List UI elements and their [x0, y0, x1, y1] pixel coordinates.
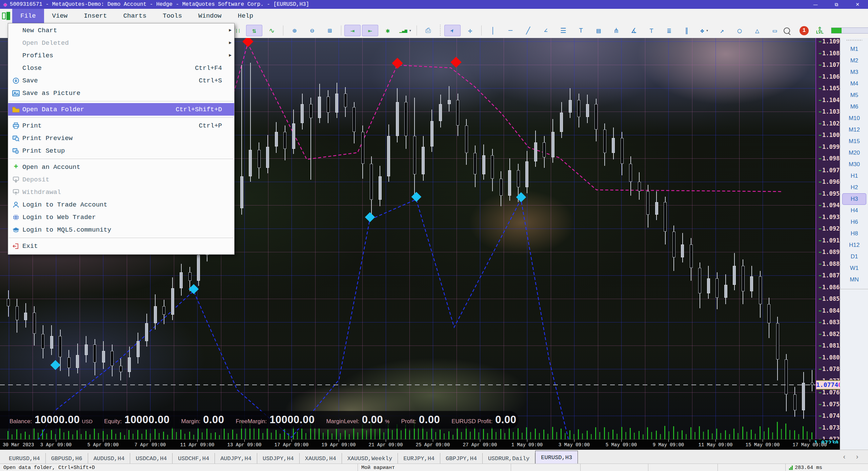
file-menu-item-profiles[interactable]: Profiles► — [8, 49, 234, 62]
file-menu-item-login-to-mql5-community[interactable]: Login to MQL5.community — [8, 223, 234, 236]
timeframe-h6[interactable]: H6 — [842, 216, 866, 228]
menu-view[interactable]: View — [44, 9, 76, 23]
timeframe-m12[interactable]: M12 — [842, 124, 866, 136]
gann-fan-icon[interactable]: ∡ — [626, 25, 642, 36]
zoom-in-icon[interactable]: ⊕ — [286, 25, 303, 36]
restore-button[interactable]: ⧉ — [826, 0, 847, 9]
timeframe-m10[interactable]: M10 — [842, 113, 866, 124]
file-menu-item-save[interactable]: SaveCtrl+S — [8, 74, 234, 87]
rectangle-icon[interactable]: ▭ — [767, 25, 783, 36]
chart-styles-icon[interactable]: ✱ — [380, 25, 396, 36]
search-icon[interactable] — [784, 27, 790, 34]
file-menu-item-login-to-trade-account[interactable]: Login to Trade Account — [8, 198, 234, 211]
symbol-tab-usdrur-daily[interactable]: USDRUR,Daily — [483, 453, 535, 464]
file-menu-item-print-setup[interactable]: Print Setup — [8, 144, 234, 157]
price-scale[interactable]: 1.109701.108601.107501.106401.105301.104… — [815, 38, 841, 439]
timeframe-h8[interactable]: H8 — [842, 228, 866, 239]
tabs-nav-right-icon[interactable]: › — [855, 453, 859, 461]
symbol-tab-gbpusd-h6[interactable]: GBPUSD,H6 — [46, 453, 88, 464]
timeframe-w1[interactable]: W1 — [842, 262, 866, 274]
file-menu-item-deposit[interactable]: Deposit — [8, 173, 234, 186]
file-menu-item-save-as-picture[interactable]: Save as Picture — [8, 87, 234, 99]
status-profile[interactable]: Мой вариант — [358, 464, 511, 471]
timeframe-m3[interactable]: M3 — [842, 66, 866, 78]
minimize-button[interactable]: — — [805, 0, 826, 9]
timeframe-m4[interactable]: M4 — [842, 78, 866, 90]
shift-end-icon[interactable]: ⇥ — [344, 25, 361, 36]
timeframe-mn[interactable]: MN — [842, 274, 866, 286]
chart-candles-icon[interactable]: ⇅ — [246, 25, 262, 36]
timeframe-m5[interactable]: M5 — [842, 90, 866, 101]
text-icon[interactable]: T — [573, 25, 589, 36]
close-button[interactable]: ✕ — [847, 0, 868, 9]
menu-file[interactable]: File — [12, 9, 44, 23]
symbol-tab-gbpjpy-h4[interactable]: GBPJPY,H4 — [440, 453, 483, 464]
timeframe-h4[interactable]: H4 — [842, 205, 866, 216]
timeframe-d1[interactable]: D1 — [842, 251, 866, 262]
notifications-badge[interactable]: 1 — [800, 26, 809, 35]
fibo-retracement-icon[interactable]: ≣ — [661, 25, 677, 36]
horizontal-line-icon[interactable]: ─ — [502, 25, 519, 36]
file-menu-item-open-an-account[interactable]: +Open an Account — [8, 161, 234, 173]
timeframe-m15[interactable]: M15 — [842, 136, 866, 147]
file-menu-item-close[interactable]: CloseCtrl+F4 — [8, 62, 234, 74]
timeframe-m20[interactable]: M20 — [842, 147, 866, 159]
tile-windows-icon[interactable]: ⊞ — [322, 25, 338, 36]
tabs-nav-left-icon[interactable]: ‹ — [842, 453, 846, 461]
andrews-pitchfork-icon[interactable]: ⋔ — [608, 25, 624, 36]
indicators-icon[interactable]: ▁▃▅▾ — [397, 25, 413, 36]
cursor-icon[interactable]: ➤ — [444, 25, 461, 36]
file-menu-item-open-deleted[interactable]: Open Deleted► — [8, 37, 234, 49]
timeframe-h12[interactable]: H12 — [842, 239, 866, 251]
chart-object-icon[interactable]: ▤ — [590, 25, 607, 36]
symbol-tab-audusd-h4[interactable]: AUDUSD,H4 — [88, 453, 130, 464]
crosshair-icon[interactable]: ✛ — [462, 25, 478, 36]
trendline-icon[interactable]: ╱ — [520, 25, 536, 36]
text-label-icon[interactable]: ⊤ — [643, 25, 660, 36]
triangle-icon[interactable]: △ — [749, 25, 765, 36]
menu-help[interactable]: Help — [230, 9, 262, 23]
menu-insert[interactable]: Insert — [76, 9, 115, 23]
symbol-tab-usdcad-h4[interactable]: USDCAD,H4 — [130, 453, 173, 464]
timeframe-h2[interactable]: H2 — [842, 182, 866, 193]
symbol-tab-audjpy-h4[interactable]: AUDJPY,H4 — [215, 453, 257, 464]
file-menu-item-open-data-folder[interactable]: Open Data FolderCtrl+Shift+D — [8, 103, 234, 116]
screenshot-camera-icon[interactable]: ⎙ — [420, 25, 436, 36]
trend-by-angle-icon[interactable]: ∠ — [538, 25, 554, 36]
file-menu-item-withdrawal[interactable]: Withdrawal — [8, 186, 234, 198]
equidistant-channel-icon[interactable]: ☰ — [555, 25, 571, 36]
file-menu-item-exit[interactable]: Exit — [8, 240, 234, 252]
toolbar-group-handle[interactable] — [439, 25, 442, 36]
symbol-tab-xauusd-weekly[interactable]: XAUUSD,Weekly — [342, 453, 398, 464]
auto-scroll-icon[interactable]: ⇤ — [362, 25, 378, 36]
arrow-icon[interactable]: ↗ — [714, 25, 730, 36]
file-menu-item-new-chart[interactable]: New Chart► — [8, 24, 234, 37]
timeframe-h3[interactable]: H3 — [842, 193, 866, 205]
timeframe-m2[interactable]: M2 — [842, 55, 866, 66]
lvl-icon[interactable]: ⇧LVL — [816, 27, 824, 34]
file-menu-item-print[interactable]: PrintCtrl+P — [8, 119, 234, 132]
symbol-tab-eurusd-h4[interactable]: EURUSD,H4 — [3, 453, 46, 464]
time-axis[interactable]: 1.07230 30 Mar 20233 Apr 09:005 Apr 09:0… — [0, 439, 840, 450]
menu-window[interactable]: Window — [190, 9, 229, 23]
shapes-icon[interactable]: ❖▾ — [696, 25, 712, 36]
symbol-tab-eurusd-h3[interactable]: EURUSD,H3 — [535, 451, 578, 464]
menu-tools[interactable]: Tools — [155, 9, 190, 23]
zoom-out-icon[interactable]: ⊖ — [304, 25, 320, 36]
timeframe-h1[interactable]: H1 — [842, 170, 866, 182]
timeframe-panel-handle[interactable] — [847, 40, 862, 41]
timeframe-m6[interactable]: M6 — [842, 101, 866, 113]
file-menu-item-login-to-web-trader[interactable]: Login to Web Trader — [8, 211, 234, 223]
file-menu-item-print-preview[interactable]: Print Preview — [8, 132, 234, 144]
chart-line-icon[interactable]: ∿ — [264, 25, 280, 36]
symbol-tab-usdjpy-h4[interactable]: USDJPY,H4 — [257, 453, 300, 464]
menu-charts[interactable]: Charts — [115, 9, 155, 23]
symbol-tab-xauusd-h4[interactable]: XAUUSD,H4 — [300, 453, 342, 464]
symbol-tab-eurjpy-h4[interactable]: EURJPY,H4 — [398, 453, 440, 464]
timeframe-m1[interactable]: M1 — [842, 43, 866, 55]
vertical-line-icon[interactable]: │ — [485, 25, 501, 36]
timeframe-m30[interactable]: M30 — [842, 159, 866, 170]
ellipse-icon[interactable]: ◯ — [731, 25, 748, 36]
parallel-channel-icon[interactable]: ∥ — [679, 25, 695, 36]
symbol-tab-usdchf-h4[interactable]: USDCHF,H4 — [173, 453, 215, 464]
